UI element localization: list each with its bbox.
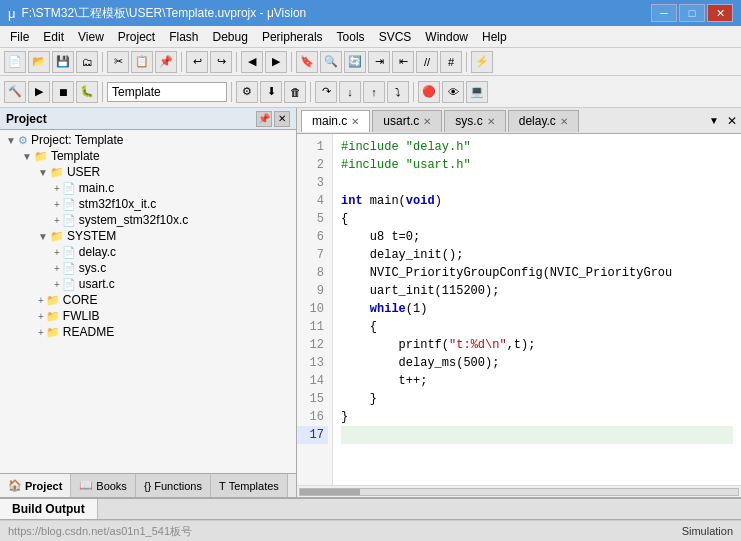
templates-tab-label: Templates bbox=[229, 480, 279, 492]
tb-sep-3 bbox=[236, 52, 237, 72]
save-all-button[interactable]: 🗂 bbox=[76, 51, 98, 73]
step-in-btn[interactable]: ↓ bbox=[339, 81, 361, 103]
save-button[interactable]: 💾 bbox=[52, 51, 74, 73]
project-header-controls[interactable]: 📌 ✕ bbox=[256, 111, 290, 127]
code-tab-delay-label: delay.c bbox=[519, 114, 556, 128]
tab-functions[interactable]: {} Functions bbox=[136, 474, 211, 497]
menu-debug[interactable]: Debug bbox=[207, 29, 254, 45]
erase-btn[interactable]: 🗑 bbox=[284, 81, 306, 103]
indent-button[interactable]: ⇥ bbox=[368, 51, 390, 73]
download-btn[interactable]: ⬇ bbox=[260, 81, 282, 103]
code-content[interactable]: #include "delay.h" #include "usart.h" in… bbox=[333, 134, 741, 485]
code-line-15: } bbox=[341, 390, 733, 408]
code-tab-usart[interactable]: usart.c ✕ bbox=[372, 110, 442, 132]
code-scrollbar[interactable] bbox=[297, 485, 741, 497]
file-icon-usart-c: 📄 bbox=[62, 278, 76, 291]
code-tab-delay-close[interactable]: ✕ bbox=[560, 116, 568, 127]
tab-panel-close-button[interactable]: ✕ bbox=[723, 112, 741, 130]
memory-btn[interactable]: 💻 bbox=[466, 81, 488, 103]
run-to-cursor-btn[interactable]: ⤵ bbox=[387, 81, 409, 103]
tree-readme[interactable]: + 📁 README bbox=[2, 324, 294, 340]
step-out-btn[interactable]: ↑ bbox=[363, 81, 385, 103]
menu-edit[interactable]: Edit bbox=[37, 29, 70, 45]
expand-icon-root: ▼ bbox=[6, 135, 16, 146]
bookmark-button[interactable]: 🔖 bbox=[296, 51, 318, 73]
h-scroll-track[interactable] bbox=[299, 488, 739, 496]
code-tab-main[interactable]: main.c ✕ bbox=[301, 110, 370, 132]
tree-system[interactable]: ▼ 📁 SYSTEM bbox=[2, 228, 294, 244]
line-numbers: 1 2 3 4 5 6 7 8 9 10 11 12 13 14 15 16 1… bbox=[297, 134, 333, 485]
menu-window[interactable]: Window bbox=[419, 29, 474, 45]
panel-pin-button[interactable]: 📌 bbox=[256, 111, 272, 127]
menu-peripherals[interactable]: Peripherals bbox=[256, 29, 329, 45]
h-scroll-thumb[interactable] bbox=[300, 489, 360, 495]
tree-user[interactable]: ▼ 📁 USER bbox=[2, 164, 294, 180]
menu-file[interactable]: File bbox=[4, 29, 35, 45]
breakpoint-btn[interactable]: 🔴 bbox=[418, 81, 440, 103]
code-line-5: { bbox=[341, 210, 733, 228]
target-options-btn[interactable]: ⚙ bbox=[236, 81, 258, 103]
redo-button[interactable]: ↪ bbox=[210, 51, 232, 73]
tree-fwlib[interactable]: + 📁 FWLIB bbox=[2, 308, 294, 324]
tree-main-c[interactable]: + 📄 main.c bbox=[2, 180, 294, 196]
title-bar-controls[interactable]: ─ □ ✕ bbox=[651, 4, 733, 22]
tree-stm32-it[interactable]: + 📄 stm32f10x_it.c bbox=[2, 196, 294, 212]
search-button[interactable]: 🔍 bbox=[320, 51, 342, 73]
minimize-button[interactable]: ─ bbox=[651, 4, 677, 22]
paste-button[interactable]: 📌 bbox=[155, 51, 177, 73]
code-tab-sys-close[interactable]: ✕ bbox=[487, 116, 495, 127]
tree-delay-c[interactable]: + 📄 delay.c bbox=[2, 244, 294, 260]
tree-usart-c[interactable]: + 📄 usart.c bbox=[2, 276, 294, 292]
code-tab-main-close[interactable]: ✕ bbox=[351, 116, 359, 127]
tree-root[interactable]: ▼ ⚙ Project: Template bbox=[2, 132, 294, 148]
tree-core[interactable]: + 📁 CORE bbox=[2, 292, 294, 308]
copy-button[interactable]: 📋 bbox=[131, 51, 153, 73]
close-button[interactable]: ✕ bbox=[707, 4, 733, 22]
tabs-scroll-button[interactable]: ▼ bbox=[705, 112, 723, 130]
tree-root-label: Project: Template bbox=[31, 133, 124, 147]
tab-templates[interactable]: T Templates bbox=[211, 474, 288, 497]
panel-close-button[interactable]: ✕ bbox=[274, 111, 290, 127]
tree-system-stm32[interactable]: + 📄 system_stm32f10x.c bbox=[2, 212, 294, 228]
comment-button[interactable]: // bbox=[416, 51, 438, 73]
cut-button[interactable]: ✂ bbox=[107, 51, 129, 73]
nav-fwd-button[interactable]: ▶ bbox=[265, 51, 287, 73]
extra-btn-1[interactable]: ⚡ bbox=[471, 51, 493, 73]
replace-button[interactable]: 🔄 bbox=[344, 51, 366, 73]
code-tab-sys[interactable]: sys.c ✕ bbox=[444, 110, 505, 132]
menu-view[interactable]: View bbox=[72, 29, 110, 45]
tab-project[interactable]: 🏠 Project bbox=[0, 474, 71, 497]
code-line-4: int main(void) bbox=[341, 192, 733, 210]
code-tab-delay[interactable]: delay.c ✕ bbox=[508, 110, 579, 132]
menu-help[interactable]: Help bbox=[476, 29, 513, 45]
menu-project[interactable]: Project bbox=[112, 29, 161, 45]
outdent-button[interactable]: ⇤ bbox=[392, 51, 414, 73]
ln-3: 3 bbox=[297, 174, 328, 192]
maximize-button[interactable]: □ bbox=[679, 4, 705, 22]
menu-svcs[interactable]: SVCS bbox=[373, 29, 418, 45]
tab-books[interactable]: 📖 Books bbox=[71, 474, 136, 497]
watch-btn[interactable]: 👁 bbox=[442, 81, 464, 103]
tree-sys-c[interactable]: + 📄 sys.c bbox=[2, 260, 294, 276]
simulation-status: Simulation bbox=[682, 525, 733, 537]
run-button[interactable]: ▶ bbox=[28, 81, 50, 103]
new-file-button[interactable]: 📄 bbox=[4, 51, 26, 73]
bottom-tab-build-output[interactable]: Build Output bbox=[0, 499, 98, 519]
step-over-btn[interactable]: ↷ bbox=[315, 81, 337, 103]
tree-template[interactable]: ▼ 📁 Template bbox=[2, 148, 294, 164]
code-tab-usart-close[interactable]: ✕ bbox=[423, 116, 431, 127]
debug-button[interactable]: 🐛 bbox=[76, 81, 98, 103]
stop-button[interactable]: ⏹ bbox=[52, 81, 74, 103]
undo-button[interactable]: ↩ bbox=[186, 51, 208, 73]
file-icon-system-stm32: 📄 bbox=[62, 214, 76, 227]
menu-tools[interactable]: Tools bbox=[331, 29, 371, 45]
uncomment-button[interactable]: # bbox=[440, 51, 462, 73]
open-button[interactable]: 📂 bbox=[28, 51, 50, 73]
target-select[interactable] bbox=[107, 82, 227, 102]
folder-icon-system: 📁 bbox=[50, 230, 64, 243]
menu-flash[interactable]: Flash bbox=[163, 29, 204, 45]
menu-bar: File Edit View Project Flash Debug Perip… bbox=[0, 26, 741, 48]
nav-back-button[interactable]: ◀ bbox=[241, 51, 263, 73]
bottom-area: Build Output https://blog.csdn.net/as01n… bbox=[0, 497, 741, 541]
build-button[interactable]: 🔨 bbox=[4, 81, 26, 103]
